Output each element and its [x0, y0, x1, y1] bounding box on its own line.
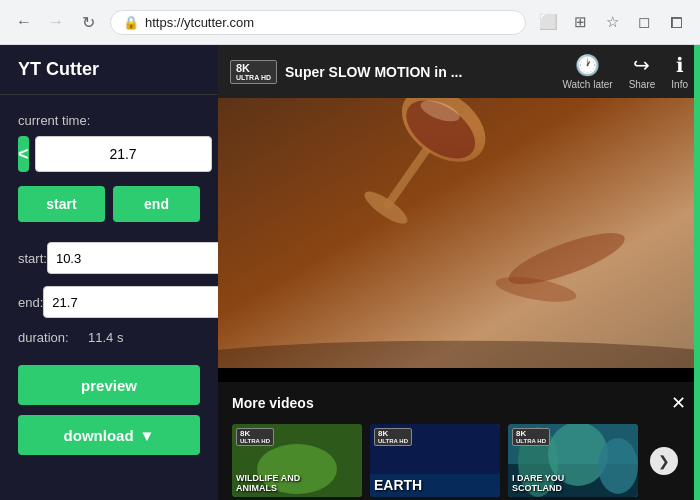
end-field-row: end: [18, 286, 200, 318]
app-container: YT Cutter current time: < > start end st… [0, 45, 700, 500]
info-icon: ℹ [676, 53, 684, 77]
right-accent-bar [694, 45, 700, 500]
thumbnails-next-button[interactable]: ❯ [650, 447, 678, 475]
lock-icon: 🔒 [123, 15, 139, 30]
thumb-1-label: WILDLIFE ANDANIMALS [236, 473, 358, 493]
app-title: YT Cutter [0, 45, 218, 95]
download-label: download [64, 427, 134, 444]
share-icon: ↪ [633, 53, 650, 77]
video-title: Super SLOW MOTION in ... [285, 64, 554, 80]
start-label: start: [18, 251, 47, 266]
profile-button[interactable]: ◻ [630, 8, 658, 36]
info-action[interactable]: ℹ Info [671, 53, 688, 90]
duration-label: duration: [18, 330, 88, 345]
more-videos-overlay: More videos ✕ 8K ULTRA HD WI [218, 382, 700, 500]
address-bar[interactable]: 🔒 https://ytcutter.com [110, 10, 526, 35]
more-videos-title: More videos [232, 395, 314, 411]
video-badge: 8K ULTRA HD [230, 60, 277, 84]
duration-value: 11.4 s [88, 330, 123, 345]
video-info-bar: 8K ULTRA HD Super SLOW MOTION in ... 🕐 W… [218, 45, 700, 98]
left-panel: YT Cutter current time: < > start end st… [0, 45, 218, 500]
reload-button[interactable]: ↻ [74, 8, 102, 36]
start-input[interactable] [47, 242, 233, 274]
right-panel: 8K ULTRA HD Super SLOW MOTION in ... 🕐 W… [218, 45, 700, 500]
start-field-row: start: [18, 242, 200, 274]
browser-actions: ⬜ ⊞ ☆ ◻ ⧠ [534, 8, 690, 36]
thumbnail-2[interactable]: 8K ULTRA HD EARTH [370, 424, 500, 497]
browser-toolbar: ← → ↻ 🔒 https://ytcutter.com ⬜ ⊞ ☆ ◻ ⧠ [0, 0, 700, 44]
thumbnail-3[interactable]: 8K ULTRA HD I DARE YOUSCOTLAND [508, 424, 638, 497]
start-button[interactable]: start [18, 186, 105, 222]
bookmark-button[interactable]: ☆ [598, 8, 626, 36]
download-button[interactable]: download ▼ [18, 415, 200, 455]
video-scene-svg [218, 98, 700, 368]
controls-panel: current time: < > start end start: end: … [0, 95, 218, 473]
video-thumbnails: 8K ULTRA HD WILDLIFE ANDANIMALS 8K [232, 424, 686, 497]
current-time-label: current time: [18, 113, 200, 128]
forward-button[interactable]: → [42, 8, 70, 36]
duration-row: duration: 11.4 s [18, 330, 200, 345]
info-label: Info [671, 79, 688, 90]
preview-button[interactable]: preview [18, 365, 200, 405]
more-videos-header: More videos ✕ [232, 392, 686, 414]
time-row: < > [18, 136, 200, 172]
share-action[interactable]: ↪ Share [629, 53, 656, 90]
video-actions: 🕐 Watch later ↪ Share ℹ Info [562, 53, 688, 90]
watch-later-icon: 🕐 [575, 53, 600, 77]
download-arrow-icon: ▼ [140, 427, 155, 444]
thumb-1-badge: 8K ULTRA HD [236, 428, 274, 446]
time-decrease-button[interactable]: < [18, 136, 29, 172]
end-input[interactable] [43, 286, 229, 318]
browser-chrome: ← → ↻ 🔒 https://ytcutter.com ⬜ ⊞ ☆ ◻ ⧠ [0, 0, 700, 45]
close-more-videos-button[interactable]: ✕ [671, 392, 686, 414]
thumb-2-label: EARTH [374, 477, 496, 493]
url-text: https://ytcutter.com [145, 15, 513, 30]
current-time-input[interactable] [35, 136, 212, 172]
svg-point-1 [218, 341, 700, 368]
tab-search-button[interactable]: ⊞ [566, 8, 594, 36]
wine-scene [218, 98, 700, 368]
watch-later-action[interactable]: 🕐 Watch later [562, 53, 612, 90]
thumb-2-badge: 8K ULTRA HD [374, 428, 412, 446]
back-button[interactable]: ← [10, 8, 38, 36]
extensions-button[interactable]: ⧠ [662, 8, 690, 36]
thumb-3-badge: 8K ULTRA HD [512, 428, 550, 446]
share-label: Share [629, 79, 656, 90]
end-button[interactable]: end [113, 186, 200, 222]
start-end-row: start end [18, 186, 200, 222]
thumbnail-1[interactable]: 8K ULTRA HD WILDLIFE ANDANIMALS [232, 424, 362, 497]
nav-buttons: ← → ↻ [10, 8, 102, 36]
cast-button[interactable]: ⬜ [534, 8, 562, 36]
watch-later-label: Watch later [562, 79, 612, 90]
end-label: end: [18, 295, 43, 310]
download-btn-inner: download ▼ [18, 427, 200, 444]
video-frame [218, 98, 700, 368]
thumb-3-label: I DARE YOUSCOTLAND [512, 473, 634, 493]
